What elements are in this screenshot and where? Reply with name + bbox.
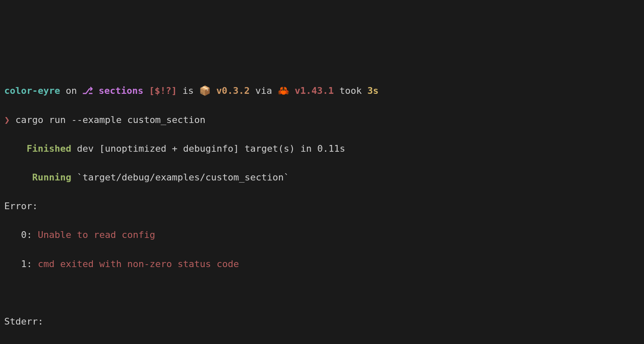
error-item-0: 0: Unable to read config — [4, 228, 640, 242]
project-name: color-eyre — [4, 85, 60, 96]
compile-finished-line: Finished dev [unoptimized + debuginfo] t… — [4, 142, 640, 156]
running-label: Running — [32, 172, 71, 183]
package-icon: 📦 — [199, 85, 216, 96]
prompt-took: took — [334, 85, 367, 96]
prompt-is: is — [177, 85, 199, 96]
compile-running-line: Running `target/debug/examples/custom_se… — [4, 170, 640, 185]
prompt-via: via — [250, 85, 278, 96]
error-message: cmd exited with non-zero status code — [38, 259, 239, 269]
running-text: `target/debug/examples/custom_section` — [71, 172, 290, 183]
rust-version: v1.43.1 — [295, 85, 334, 96]
prompt-arrow: ❯ — [4, 115, 10, 125]
error-index: 0: — [21, 229, 32, 240]
command-text: cargo run --example custom_section — [10, 115, 206, 125]
error-message: Unable to read config — [38, 229, 155, 240]
error-item-1: 1: cmd exited with non-zero status code — [4, 257, 640, 271]
package-version: v0.3.2 — [216, 85, 249, 96]
duration: 3s — [368, 85, 379, 96]
terminal-output: color-eyre on ⎇ sections [$!?] is 📦 v0.3… — [4, 69, 640, 344]
blank-line — [4, 286, 640, 300]
prompt-line: color-eyre on ⎇ sections [$!?] is 📦 v0.3… — [4, 84, 640, 98]
prompt-on: on — [60, 85, 82, 96]
git-branch-icon: ⎇ — [82, 85, 93, 96]
stderr-label: Stderr: — [4, 314, 640, 329]
command-line[interactable]: ❯ cargo run --example custom_section — [4, 113, 640, 127]
error-index: 1: — [21, 259, 32, 269]
git-branch: sections — [93, 85, 143, 96]
finished-text: dev [unoptimized + debuginfo] target(s) … — [71, 143, 345, 154]
git-status: [$!?] — [143, 85, 177, 96]
finished-label: Finished — [27, 143, 71, 154]
error-label: Error: — [4, 199, 640, 213]
rust-icon: 🦀 — [278, 85, 295, 96]
